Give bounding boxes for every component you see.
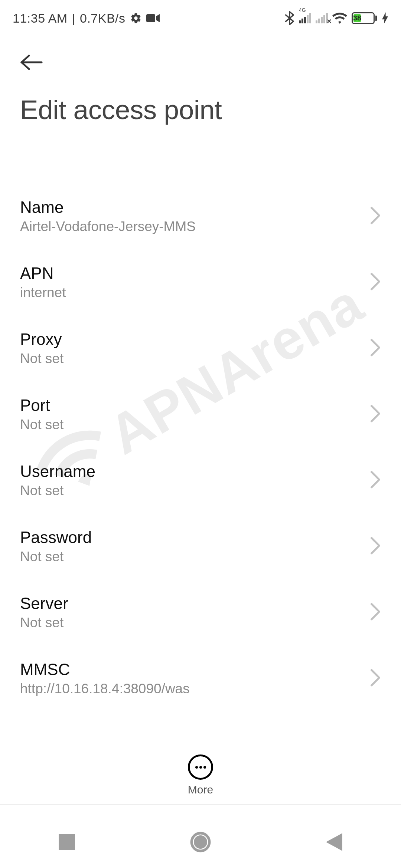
status-bar: 11:35 AM | 0.7KB/s 4G ✕ 38 <box>0 0 401 31</box>
row-text: UsernameNot set <box>20 462 362 499</box>
chevron-right-icon <box>370 603 381 622</box>
setting-row-port[interactable]: PortNot set <box>20 381 381 447</box>
row-text: APNinternet <box>20 264 362 300</box>
status-speed: 0.7KB/s <box>80 11 125 26</box>
signal-sim2-icon: ✕ <box>316 13 328 23</box>
chevron-right-icon <box>370 471 381 490</box>
chevron-right-icon <box>370 273 381 292</box>
row-value: internet <box>20 285 362 300</box>
row-label: Name <box>20 198 362 217</box>
chevron-right-icon <box>370 339 381 358</box>
charging-bolt-icon <box>382 12 388 24</box>
back-button[interactable] <box>20 50 45 75</box>
circle-icon <box>190 832 211 852</box>
arrow-left-icon <box>20 55 43 70</box>
row-label: Port <box>20 396 362 415</box>
setting-row-mms_proxy[interactable]: MMS proxy10.16.18.77 <box>20 711 381 719</box>
more-button[interactable]: More <box>0 754 401 805</box>
row-label: Password <box>20 528 362 547</box>
settings-list[interactable]: NameAirtel-Vodafone-Jersey-MMSAPNinterne… <box>0 183 401 719</box>
triangle-left-icon <box>326 833 342 851</box>
svg-point-4 <box>194 835 207 849</box>
page-title: Edit access point <box>20 94 381 125</box>
row-label: Server <box>20 594 362 613</box>
setting-row-proxy[interactable]: ProxyNot set <box>20 315 381 381</box>
row-label: Proxy <box>20 330 362 349</box>
chevron-right-icon <box>370 669 381 688</box>
row-value: Not set <box>20 483 362 499</box>
setting-row-password[interactable]: PasswordNot set <box>20 513 381 579</box>
chevron-right-icon <box>370 207 381 226</box>
svg-rect-0 <box>146 14 155 22</box>
square-icon <box>59 834 75 850</box>
row-text: ProxyNot set <box>20 330 362 366</box>
row-value: Not set <box>20 549 362 565</box>
header: Edit access point <box>0 31 401 125</box>
status-separator: | <box>72 11 75 26</box>
more-icon <box>188 754 213 780</box>
nav-bar <box>0 816 401 868</box>
row-label: APN <box>20 264 362 283</box>
nav-recents-button[interactable] <box>30 823 104 861</box>
settings-gear-icon <box>130 12 142 24</box>
camera-icon <box>146 13 160 23</box>
status-time: 11:35 AM <box>13 11 68 26</box>
more-label: More <box>188 783 213 796</box>
row-value: http://10.16.18.4:38090/was <box>20 681 362 697</box>
svg-rect-2 <box>59 834 75 850</box>
setting-row-mmsc[interactable]: MMSChttp://10.16.18.4:38090/was <box>20 645 381 711</box>
row-text: PasswordNot set <box>20 528 362 565</box>
row-value: Not set <box>20 615 362 631</box>
signal-sim1-icon: 4G <box>299 13 311 23</box>
setting-row-username[interactable]: UsernameNot set <box>20 447 381 513</box>
row-text: NameAirtel-Vodafone-Jersey-MMS <box>20 198 362 234</box>
setting-row-name[interactable]: NameAirtel-Vodafone-Jersey-MMS <box>20 183 381 249</box>
row-text: MMSChttp://10.16.18.4:38090/was <box>20 660 362 697</box>
row-value: Not set <box>20 351 362 366</box>
setting-row-server[interactable]: ServerNot set <box>20 579 381 645</box>
status-left: 11:35 AM | 0.7KB/s <box>13 11 160 26</box>
battery-level: 38 <box>353 14 361 22</box>
row-text: PortNot set <box>20 396 362 433</box>
row-value: Not set <box>20 417 362 433</box>
row-label: MMSC <box>20 660 362 679</box>
row-value: Airtel-Vodafone-Jersey-MMS <box>20 219 362 234</box>
nav-back-button[interactable] <box>297 823 371 861</box>
battery-icon: 38 <box>352 12 377 24</box>
nav-home-button[interactable] <box>163 823 238 861</box>
chevron-right-icon <box>370 405 381 424</box>
bluetooth-icon <box>285 11 294 25</box>
row-text: ServerNot set <box>20 594 362 631</box>
chevron-right-icon <box>370 537 381 556</box>
row-label: Username <box>20 462 362 481</box>
signal-4g-label: 4G <box>299 7 306 13</box>
wifi-icon <box>332 12 347 24</box>
status-right: 4G ✕ 38 <box>285 11 388 25</box>
setting-row-apn[interactable]: APNinternet <box>20 249 381 315</box>
